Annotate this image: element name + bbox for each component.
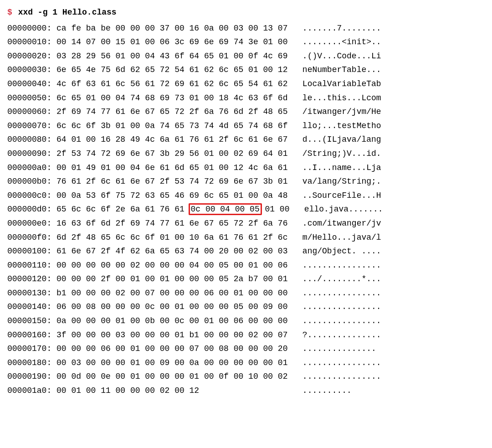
ascii-column: ................ [302,258,381,273]
hex-bytes: 00000006000100000007000800000020 [56,342,292,356]
ascii-column: .com/itwanger/jv [302,216,381,231]
hex-bytes: 6c6c6f3b01000a746573744d6574686f [56,119,292,133]
hex-bytes: b1000000020007000000060001000000 [56,286,292,300]
hex-dump-row: 00000070:6c6c6f3b01000a746573744d6574686… [7,119,485,133]
ascii-column: ............... [302,342,381,356]
ascii-column: ang/Object. .... [302,244,381,258]
hex-bytes: 4c6f63616c5661726961626c65546162 [56,77,292,91]
offset: 00000020: [7,49,51,63]
ascii-column: ........<init>.. [302,35,381,49]
hex-bytes: 6e654e756d6265725461626c65010012 [56,63,292,77]
command-text: xxd -g 1 Hello.class [18,8,117,17]
hex-dump-row: 000000d0:656c6c6f2e6a6176610c00040005010… [7,202,485,216]
hex-dump-row: 000000e0:16636f6d2f697477616e6765722f6a7… [7,216,485,231]
hex-bytes: 6401001628494c6a6176612f6c616e67 [56,133,292,147]
hex-bytes: 16636f6d2f697477616e6765722f6a76 [56,216,292,231]
ascii-column: /itwanger/jvm/He [302,105,381,119]
hex-bytes: 656c6c6f2e6a6176610c000400050100 [56,202,294,216]
offset: 00000180: [7,356,51,370]
hex-dump-row: 000000c0:000a536f7572636546696c6501000a4… [7,189,485,203]
hex-dump-row: 00000170:0000000600010000000700080000002… [7,342,485,356]
hex-dump-row: 00000190:000d000e000100000001000f0010000… [7,370,485,384]
hex-dump-row: 00000150:0a00000001000b000c0001000600000… [7,314,485,328]
ascii-column: .......7........ [302,21,381,36]
hex-bytes: 000d000e000100000001000f00100002 [56,370,292,384]
hex-dump-row: 000000b0:76612f6c616e672f537472696e673b0… [7,175,485,189]
hex-bytes: 000a536f7572636546696c6501000a48 [56,189,292,203]
ascii-column: /String;)V...id. [302,147,381,161]
hex-bytes: 2f537472696e673b2956010002696401 [56,147,292,161]
hex-dump-row: 00000090:2f537472696e673b295601000269640… [7,147,485,161]
hex-dump-row: 00000140:0600080000000c00010000000500090… [7,300,485,314]
ascii-column: .()V...Code...Li [302,49,381,63]
ascii-column: .......... [302,384,352,398]
offset: 000000c0: [7,189,51,203]
hex-dump-row: 000000f0:6d2f48656c6c6f0100106a6176612f6… [7,231,485,245]
hex-dump-row: 00000110:0000000000020000000400050001000… [7,258,485,273]
hex-dump-row: 00000120:0000002f00010001000000052ab7000… [7,272,485,286]
ascii-column: le...this...Lcom [302,91,381,105]
offset: 00000060: [7,105,51,119]
ascii-column: llo;...testMetho [302,119,381,133]
ascii-column: .../........*... [302,272,381,286]
offset: 000000e0: [7,216,51,231]
offset: 00000050: [7,91,51,105]
hex-bytes: 0001490100046e616d650100124c6a61 [56,161,292,175]
ascii-column: ................ [302,314,381,328]
hex-dump-row: 00000030:6e654e756d6265725461626c6501001… [7,63,485,77]
command-line: $ xxd -g 1 Hello.class [7,5,485,20]
ascii-column: d...(ILjava/lang [302,133,381,147]
hex-bytes: 616e672f4f626a656374002000020003 [56,244,292,258]
hex-dump-output: 00000000:cafebabe0000003700160a000300130… [7,21,485,398]
hex-dump-row: 00000010:00140700150100063c696e69743e010… [7,35,485,49]
hex-bytes: cafebabe0000003700160a0003001307 [56,21,292,36]
offset: 00000160: [7,328,51,342]
ascii-column: ..SourceFile...H [302,189,381,203]
offset: 00000170: [7,342,51,356]
hex-bytes: 00140700150100063c696e69743e0100 [56,35,292,49]
hex-dump-row: 00000130:b100000002000700000006000100000… [7,286,485,300]
hex-dump-row: 00000020:03282956010004436f646501000f4c6… [7,49,485,63]
hex-bytes: 6d2f48656c6c6f0100106a6176612f6c [56,231,292,245]
ascii-column: ello.java....... [304,202,383,216]
offset: 00000000: [7,21,51,36]
ascii-column: LocalVariableTab [302,77,381,91]
ascii-column: m/Hello...java/l [302,231,381,245]
ascii-column: neNumberTable... [302,63,381,77]
hex-bytes: 6c65010004746869730100184c636f6d [56,91,292,105]
ascii-column: ?............... [302,328,381,342]
offset: 00000130: [7,286,51,300]
offset: 000000b0: [7,175,51,189]
offset: 000001a0: [7,384,51,398]
hex-dump-row: 00000160:3f0000000300000001b100000002000… [7,328,485,342]
offset: 00000090: [7,147,51,161]
ascii-column: ................ [302,356,381,370]
hex-dump-row: 00000060:2f697477616e6765722f6a766d2f486… [7,105,485,119]
hex-dump-row: 00000080:6401001628494c6a6176612f6c616e6… [7,133,485,147]
offset: 00000040: [7,77,51,91]
ascii-column: va/lang/String;. [302,175,381,189]
hex-dump-row: 00000180:0003000000010009000a00000000000… [7,356,485,370]
offset: 00000120: [7,272,51,286]
highlighted-bytes: 0c00040005 [189,203,262,215]
offset: 00000150: [7,314,51,328]
hex-dump-row: 000000a0:0001490100046e616d650100124c6a6… [7,161,485,175]
hex-dump-row: 00000100:616e672f4f626a65637400200002000… [7,244,485,258]
offset: 00000030: [7,63,51,77]
hex-bytes: 0000002f00010001000000052ab70001 [56,272,292,286]
offset: 00000070: [7,119,51,133]
hex-bytes: 2f697477616e6765722f6a766d2f4865 [56,105,292,119]
ascii-column: ................ [302,286,381,300]
ascii-column: ................ [302,370,381,384]
offset: 00000010: [7,35,51,49]
offset: 00000100: [7,244,51,258]
hex-bytes: 76612f6c616e672f537472696e673b01 [56,175,292,189]
offset: 00000140: [7,300,51,314]
hex-bytes: 0600080000000c000100000005000900 [56,300,292,314]
hex-bytes: 0003000000010009000a000000000001 [56,356,292,370]
offset: 000000f0: [7,231,51,245]
offset: 00000190: [7,370,51,384]
ascii-column: ..I...name...Lja [302,161,381,175]
offset: 000000a0: [7,161,51,175]
hex-bytes: 0a00000001000b000c00010006000000 [56,314,292,328]
